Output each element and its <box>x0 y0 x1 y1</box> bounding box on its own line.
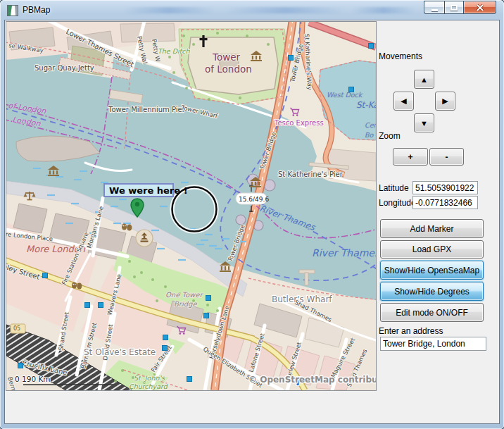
edit-mode-button[interactable]: Edit mode ON/OFF <box>380 303 484 322</box>
app-icon <box>7 5 18 16</box>
scale-text: 0 190 Km <box>15 375 51 383</box>
longitude-input[interactable] <box>412 196 478 209</box>
latitude-label: Latitude <box>379 183 409 193</box>
edit-point[interactable] <box>85 303 90 308</box>
pbmap-window: PBMap <box>0 0 504 429</box>
move-up-button[interactable]: ▲ <box>414 70 434 89</box>
glass-reflection <box>123 7 215 13</box>
left-arrow-icon: ◀ <box>401 97 406 106</box>
down-arrow-icon: ▼ <box>420 119 428 128</box>
map-label: Tower <box>212 51 241 63</box>
load-gpx-button[interactable]: Load GPX <box>380 240 484 259</box>
longitude-label: Longitude <box>379 198 416 208</box>
move-down-button[interactable]: ▼ <box>414 113 434 132</box>
glass-reflection <box>352 7 415 13</box>
map-label: of London <box>205 63 252 75</box>
edit-point[interactable] <box>99 303 103 308</box>
glass-reflection <box>225 7 345 13</box>
move-left-button[interactable]: ◀ <box>393 92 414 111</box>
address-input[interactable] <box>380 337 486 351</box>
map-label: St. John's <box>134 374 165 382</box>
right-arrow-icon: ▶ <box>442 97 448 106</box>
map-label: One Tower <box>165 291 203 299</box>
marker-callout[interactable]: We were here ! <box>104 184 188 197</box>
address-label: Enter an address <box>379 326 443 336</box>
window-title: PBMap <box>23 5 50 15</box>
building <box>13 204 47 233</box>
edit-point[interactable] <box>349 87 354 92</box>
map-label: River Thames <box>312 247 376 259</box>
edit-point[interactable] <box>289 56 294 61</box>
movements-label: Movements <box>379 51 422 61</box>
toggle-openseamap-button[interactable]: Show/Hide OpenSeaMap <box>380 261 484 280</box>
map-label: West Dock <box>327 91 363 99</box>
edit-point[interactable] <box>163 346 168 351</box>
map-label: Cen <box>365 121 376 129</box>
map-label: St Olave's Estate <box>84 347 156 357</box>
minimize-icon <box>431 9 438 11</box>
client-area: We were here ! 15.6/49.6 0 190 Km se Wal… <box>5 20 499 423</box>
map-label: Bo <box>365 131 374 139</box>
marker-callout-text: We were here ! <box>109 185 188 196</box>
zoom-out-button[interactable]: - <box>429 148 464 166</box>
maximize-button[interactable] <box>444 1 464 14</box>
close-icon <box>475 4 485 12</box>
add-marker-button[interactable]: Add Marker <box>380 219 484 238</box>
close-button[interactable] <box>464 1 496 14</box>
minimize-button[interactable] <box>424 1 444 14</box>
edit-point[interactable] <box>206 296 211 301</box>
zoom-in-button[interactable]: + <box>393 148 428 166</box>
map-label: Tower Millennium Pier <box>108 106 186 113</box>
map-label: Bridge <box>174 300 197 309</box>
edit-point[interactable] <box>369 44 374 49</box>
zoom-label: Zoom <box>379 131 401 141</box>
building <box>120 23 175 42</box>
edit-point[interactable] <box>163 335 168 340</box>
map-view[interactable]: We were here ! 15.6/49.6 0 190 Km se Wal… <box>6 21 377 391</box>
monument-icon <box>136 230 153 247</box>
map-label: Tesco Express <box>274 119 324 127</box>
edit-point[interactable] <box>43 273 48 278</box>
caption-buttons <box>424 1 496 14</box>
move-right-button[interactable]: ▶ <box>435 92 455 111</box>
map-label: Churchyard <box>129 383 168 390</box>
toggle-degrees-button[interactable]: Show/Hide Degrees <box>380 282 484 301</box>
up-arrow-icon: ▲ <box>420 75 428 84</box>
edit-point[interactable] <box>18 363 23 368</box>
latitude-input[interactable] <box>412 181 478 194</box>
map-label: Sugar Quay Jetty <box>34 64 94 72</box>
edit-point[interactable] <box>187 377 192 382</box>
bridge-clearance-text: 15.6/49.6 <box>239 196 269 203</box>
map-label: The Ditch <box>158 47 191 55</box>
attribution-text: © OpenStreetMap contributors <box>248 375 376 385</box>
edit-point[interactable] <box>204 313 209 318</box>
maximize-icon <box>451 5 458 11</box>
map-label: 05 <box>13 325 20 332</box>
map-label: St-Katharine <box>356 100 376 110</box>
titlebar[interactable]: PBMap <box>0 0 504 20</box>
map-label: St Katherine's Pier <box>278 170 344 178</box>
